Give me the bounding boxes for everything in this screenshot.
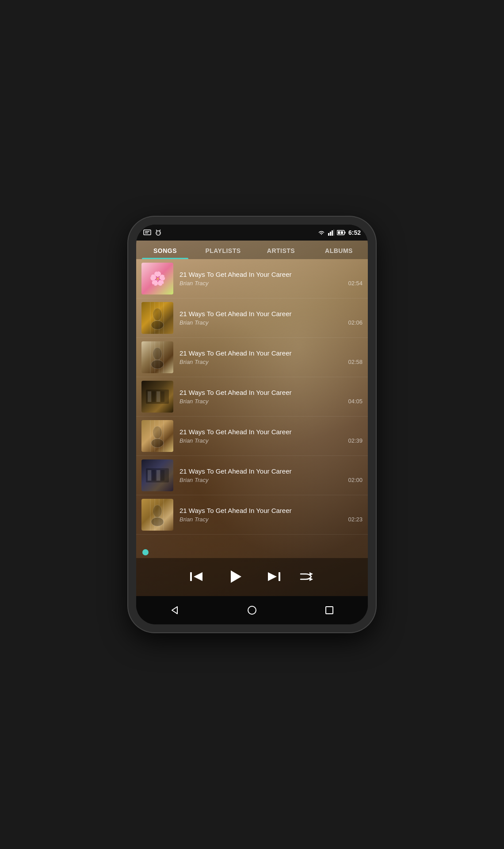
song-item[interactable]: 21 Ways To Get Ahead In Your Career Bria… xyxy=(136,298,368,338)
prev-button[interactable] xyxy=(190,570,204,583)
song-item[interactable]: 21 Ways To Get Ahead In Your Career Bria… xyxy=(136,338,368,377)
svg-point-43 xyxy=(151,439,164,447)
tab-artists[interactable]: ARTISTS xyxy=(252,241,310,259)
play-button[interactable] xyxy=(224,565,247,588)
svg-point-3 xyxy=(156,231,160,235)
app-area: SONGS PLAYLISTS ARTISTS ALBUMS xyxy=(136,241,368,596)
status-icons-left xyxy=(143,229,162,236)
android-icon xyxy=(155,229,162,236)
song-artwork xyxy=(141,381,173,413)
svg-marker-62 xyxy=(268,572,277,581)
svg-line-5 xyxy=(160,230,160,231)
progress-dot xyxy=(142,549,149,555)
svg-rect-34 xyxy=(148,391,151,402)
song-meta: Brian Tracy 02:58 xyxy=(179,359,363,365)
song-meta: Brian Tracy 04:05 xyxy=(179,398,363,405)
song-title: 21 Ways To Get Ahead In Your Career xyxy=(179,310,363,317)
song-artist: Brian Tracy xyxy=(179,516,209,523)
song-info: 21 Ways To Get Ahead In Your Career Bria… xyxy=(179,428,363,444)
song-duration: 02:54 xyxy=(348,280,363,287)
song-item[interactable]: 21 Ways To Get Ahead In Your Career Bria… xyxy=(136,417,368,456)
svg-rect-49 xyxy=(157,470,160,481)
song-info: 21 Ways To Get Ahead In Your Career Bria… xyxy=(179,389,363,405)
svg-point-24 xyxy=(153,308,162,321)
song-item[interactable]: 21 Ways To Get Ahead In Your Career Bria… xyxy=(136,495,368,535)
tab-bar: SONGS PLAYLISTS ARTISTS ALBUMS xyxy=(136,241,368,259)
svg-marker-64 xyxy=(309,577,313,581)
song-meta: Brian Tracy 02:54 xyxy=(179,280,363,287)
svg-point-6 xyxy=(157,233,158,233)
svg-marker-60 xyxy=(231,570,241,583)
svg-rect-13 xyxy=(344,232,345,233)
svg-rect-50 xyxy=(161,470,164,481)
tab-playlists[interactable]: PLAYLISTS xyxy=(194,241,252,259)
song-duration: 02:23 xyxy=(348,516,363,523)
status-icons-right: 6:52 xyxy=(317,229,361,236)
svg-rect-47 xyxy=(148,470,151,481)
next-button[interactable] xyxy=(266,570,280,583)
song-item[interactable]: 21 Ways To Get Ahead In Your Career Bria… xyxy=(136,456,368,495)
svg-point-30 xyxy=(151,360,164,369)
playback-controls xyxy=(136,558,368,596)
progress-dot-row xyxy=(136,547,368,558)
song-meta: Brian Tracy 02:06 xyxy=(179,319,363,326)
song-artist: Brian Tracy xyxy=(179,437,209,444)
tab-songs[interactable]: SONGS xyxy=(136,241,194,259)
status-bar: 6:52 xyxy=(136,225,368,241)
song-title: 21 Ways To Get Ahead In Your Career xyxy=(179,428,363,436)
song-artwork xyxy=(141,499,173,531)
song-duration: 02:58 xyxy=(348,359,363,365)
song-title: 21 Ways To Get Ahead In Your Career xyxy=(179,467,363,475)
svg-rect-58 xyxy=(190,572,192,581)
song-info: 21 Ways To Get Ahead In Your Career Bria… xyxy=(179,507,363,523)
svg-rect-37 xyxy=(161,391,164,402)
svg-rect-0 xyxy=(144,230,151,235)
svg-marker-63 xyxy=(309,572,313,576)
song-item[interactable]: 21 Ways To Get Ahead In Your Career Bria… xyxy=(136,377,368,417)
song-duration: 02:39 xyxy=(348,437,363,444)
svg-rect-11 xyxy=(333,229,334,236)
home-button[interactable] xyxy=(243,601,261,619)
song-info: 21 Ways To Get Ahead In Your Career Bria… xyxy=(179,271,363,287)
song-duration: 02:00 xyxy=(348,477,363,483)
svg-marker-65 xyxy=(172,607,177,614)
song-title: 21 Ways To Get Ahead In Your Career xyxy=(179,349,363,357)
svg-rect-2 xyxy=(145,233,148,233)
recents-button[interactable] xyxy=(321,601,338,619)
song-artwork xyxy=(141,459,173,491)
svg-rect-67 xyxy=(326,607,333,614)
song-artist: Brian Tracy xyxy=(179,477,209,483)
song-artwork xyxy=(141,420,173,452)
nav-bar xyxy=(136,596,368,624)
song-info: 21 Ways To Get Ahead In Your Career Bria… xyxy=(179,467,363,483)
song-meta: Brian Tracy 02:00 xyxy=(179,477,363,483)
svg-rect-35 xyxy=(152,391,156,402)
song-item[interactable]: 🌸 21 Ways To Get Ahead In Your Career Br… xyxy=(136,259,368,298)
song-duration: 04:05 xyxy=(348,398,363,405)
song-meta: Brian Tracy 02:39 xyxy=(179,437,363,444)
song-artist: Brian Tracy xyxy=(179,280,209,287)
song-meta: Brian Tracy 02:23 xyxy=(179,516,363,523)
svg-text:🌸: 🌸 xyxy=(149,271,166,287)
svg-rect-10 xyxy=(332,230,333,236)
song-title: 21 Ways To Get Ahead In Your Career xyxy=(179,389,363,396)
song-artwork: 🌸 xyxy=(141,263,173,294)
tab-albums[interactable]: ALBUMS xyxy=(310,241,368,259)
back-button[interactable] xyxy=(166,601,183,619)
shuffle-button[interactable] xyxy=(300,570,314,583)
song-artwork xyxy=(141,341,173,373)
svg-point-31 xyxy=(153,348,162,360)
phone-screen: 6:52 SONGS PLAYLISTS ARTISTS ALBUMS xyxy=(136,225,368,624)
song-artist: Brian Tracy xyxy=(179,359,209,365)
song-info: 21 Ways To Get Ahead In Your Career Bria… xyxy=(179,310,363,326)
status-time: 6:52 xyxy=(348,229,361,236)
svg-line-4 xyxy=(157,230,157,231)
battery-icon xyxy=(337,230,346,235)
signal-icon xyxy=(328,229,334,236)
song-duration: 02:06 xyxy=(348,319,363,326)
svg-rect-1 xyxy=(145,231,149,232)
svg-point-57 xyxy=(153,505,162,517)
svg-point-7 xyxy=(159,233,160,233)
svg-rect-36 xyxy=(157,391,160,402)
phone-device: 6:52 SONGS PLAYLISTS ARTISTS ALBUMS xyxy=(128,217,376,632)
